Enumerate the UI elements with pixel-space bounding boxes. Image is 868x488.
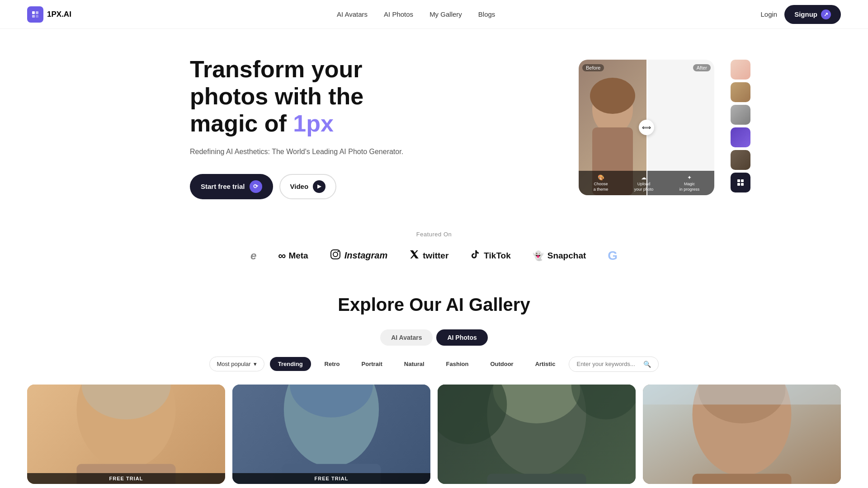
svg-rect-37 <box>693 474 792 484</box>
filter-portrait[interactable]: Portrait <box>354 357 391 371</box>
free-trial-badge-2: FREE TRIAL <box>232 473 430 484</box>
svg-rect-13 <box>737 179 740 182</box>
filter-artistic[interactable]: Artistic <box>527 357 564 371</box>
filter-fashion[interactable]: Fashion <box>438 357 477 371</box>
navbar: 1PX.AI AI Avatars AI Photos My Gallery B… <box>0 0 868 29</box>
step-magic: ✦ Magic in progress <box>679 174 700 192</box>
logo-twitter: twitter <box>409 249 448 262</box>
side-thumbnails <box>731 60 750 192</box>
nav-ai-avatars[interactable]: AI Avatars <box>337 10 368 18</box>
svg-rect-16 <box>741 183 744 186</box>
upload-icon: ☁ <box>641 174 646 181</box>
snapchat-icon: 👻 <box>533 250 544 261</box>
logo-tiktok: TikTok <box>470 249 510 262</box>
gallery-section: Explore Our AI Gallery AI Avatars AI Pho… <box>0 272 868 488</box>
svg-rect-2 <box>32 15 35 18</box>
hero-buttons: Start free trial ⟳ Video ▶ <box>190 174 407 199</box>
nav-right: Login Signup ↗ <box>760 5 841 24</box>
video-button[interactable]: Video ▶ <box>279 174 337 199</box>
filter-row: Most popular ▾ Trending Retro Portrait N… <box>27 357 841 372</box>
logo-instagram: Instagram <box>330 249 388 263</box>
tab-ai-avatars[interactable]: AI Avatars <box>380 329 433 346</box>
logo-text: 1PX.AI <box>47 10 71 19</box>
svg-rect-0 <box>32 11 35 14</box>
start-trial-button[interactable]: Start free trial ⟳ <box>190 174 273 199</box>
tab-ai-photos[interactable]: AI Photos <box>436 329 487 346</box>
step-choose-theme: 🎨 Choose a theme <box>594 174 609 192</box>
gallery-title: Explore Our AI Gallery <box>27 295 841 315</box>
thumb-2[interactable] <box>731 82 750 102</box>
logo-g: G <box>608 249 618 263</box>
card-2-image <box>232 385 430 484</box>
featured-label: Featured On <box>27 231 841 238</box>
svg-rect-14 <box>741 179 744 182</box>
thumb-1[interactable] <box>731 60 750 80</box>
logo-snapchat: 👻 Snapchat <box>533 250 586 261</box>
divider-handle[interactable]: ⟺ <box>639 120 654 135</box>
after-label: After <box>693 64 711 71</box>
search-input[interactable] <box>576 361 640 367</box>
magic-icon: ✦ <box>687 174 692 181</box>
filter-outdoor[interactable]: Outdoor <box>482 357 521 371</box>
logo-meta: ∞ Meta <box>278 249 308 262</box>
hero-section: Transform your photos with the magic of … <box>118 29 750 217</box>
palette-icon: 🎨 <box>598 174 604 181</box>
svg-rect-15 <box>737 183 740 186</box>
svg-point-18 <box>333 252 338 257</box>
gallery-card-1[interactable]: FREE TRIAL <box>27 385 225 484</box>
nav-blogs[interactable]: Blogs <box>478 10 495 18</box>
gallery-grid: FREE TRIAL FREE TRIAL <box>27 385 841 484</box>
filter-natural[interactable]: Natural <box>396 357 433 371</box>
svg-point-19 <box>337 251 339 252</box>
thumb-3[interactable] <box>731 105 750 125</box>
card-4-image <box>643 385 841 484</box>
svg-rect-38 <box>643 385 841 404</box>
hero-left: Transform your photos with the magic of … <box>190 56 407 199</box>
gallery-card-2[interactable]: FREE TRIAL <box>232 385 430 484</box>
thumb-5[interactable] <box>731 150 750 170</box>
step-upload-photo: ☁ Upload your photo <box>634 174 654 192</box>
gallery-tabs: AI Avatars AI Photos <box>27 329 841 346</box>
featured-logos: e ∞ Meta Instagram twitter TikTok 👻 Snap… <box>27 249 841 263</box>
logo-icon <box>27 6 43 23</box>
gallery-card-4[interactable] <box>643 385 841 484</box>
filter-trending[interactable]: Trending <box>270 357 311 371</box>
tiktok-icon <box>470 249 480 262</box>
search-icon[interactable]: 🔍 <box>643 361 651 368</box>
signup-button[interactable]: Signup ↗ <box>784 5 841 24</box>
hero-subtitle: Redefining AI Aesthetics: The World's Le… <box>190 146 407 158</box>
gallery-card-3[interactable] <box>438 385 636 484</box>
twitter-icon <box>409 249 419 262</box>
search-box: 🔍 <box>569 357 659 372</box>
svg-rect-3 <box>36 15 38 18</box>
card-3-image <box>438 385 636 484</box>
before-label: Before <box>582 64 604 71</box>
nav-ai-photos[interactable]: AI Photos <box>384 10 413 18</box>
chevron-down-icon: ▾ <box>254 361 257 367</box>
trial-arrow-icon: ⟳ <box>250 180 262 193</box>
signup-arrow-icon: ↗ <box>821 9 831 19</box>
logo-e: e <box>250 249 256 262</box>
featured-section: Featured On e ∞ Meta Instagram twitter T… <box>0 217 868 272</box>
nav-my-gallery[interactable]: My Gallery <box>429 10 462 18</box>
play-icon: ▶ <box>313 180 326 193</box>
thumb-4[interactable] <box>731 127 750 147</box>
hero-title: Transform your photos with the magic of … <box>190 56 407 137</box>
nav-links: AI Avatars AI Photos My Gallery Blogs <box>337 10 495 18</box>
grid-view-button[interactable] <box>731 173 750 192</box>
free-trial-badge-1: FREE TRIAL <box>27 473 225 484</box>
svg-rect-1 <box>36 11 38 14</box>
logo[interactable]: 1PX.AI <box>27 6 71 23</box>
filter-retro[interactable]: Retro <box>316 357 348 371</box>
before-after-card: Before After <box>579 60 714 195</box>
hero-right: Before After <box>579 60 723 195</box>
card-1-image <box>27 385 225 484</box>
svg-point-5 <box>590 78 635 114</box>
most-popular-dropdown[interactable]: Most popular ▾ <box>209 357 264 371</box>
instagram-icon <box>330 249 341 263</box>
svg-rect-31 <box>487 474 586 484</box>
login-button[interactable]: Login <box>760 10 777 18</box>
